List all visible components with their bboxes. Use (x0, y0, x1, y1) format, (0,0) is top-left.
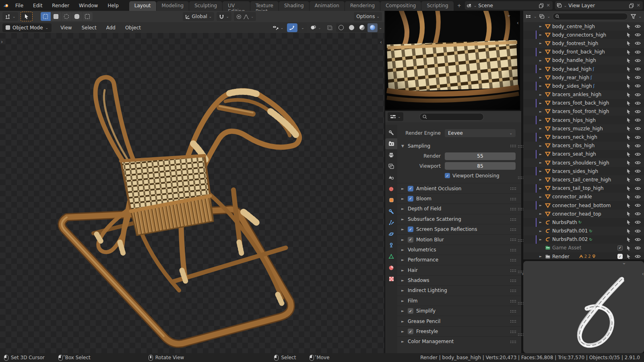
snap-dropdown[interactable]: ⌄ (217, 12, 231, 21)
panel-drag-grip[interactable] (510, 269, 516, 272)
hide-eye-icon[interactable] (635, 203, 641, 208)
expand-arrow-icon[interactable]: ► (539, 238, 545, 241)
hide-eye-icon[interactable] (635, 177, 641, 182)
viewport-samples-field[interactable]: 85 (445, 162, 516, 170)
outliner-row[interactable]: ► connector_head_bottom ʃ↻ ✓ (523, 201, 644, 210)
panel-drag-grip[interactable] (510, 208, 516, 210)
expand-arrow-icon[interactable]: ► (539, 67, 545, 71)
properties-panel-header[interactable]: ► ✓ Simplify (397, 306, 521, 316)
expand-arrow-icon[interactable]: ► (539, 169, 545, 173)
tab-render[interactable] (385, 138, 397, 149)
viewport-menu-item[interactable]: Object (120, 25, 146, 31)
select-mode-circle[interactable] (62, 12, 72, 21)
tab-physics[interactable] (385, 228, 397, 239)
tab-constraints[interactable] (385, 240, 397, 251)
properties-panel-header[interactable]: ► ✓ Indirect Lighting (397, 285, 521, 295)
outliner-row[interactable]: ► bracers_seat_high ʃ↻ ✓ (523, 150, 644, 158)
outliner-row[interactable]: ► bracers_tail_top_high ʃ↻ ✓ (523, 184, 644, 193)
panel-drag-grip[interactable] (510, 259, 516, 261)
selectable-icon[interactable] (626, 211, 631, 216)
add-workspace-button[interactable]: + (454, 2, 465, 10)
selectable-icon[interactable] (626, 58, 631, 63)
hide-eye-icon[interactable] (635, 101, 641, 105)
render-samples-field[interactable]: 55 (445, 152, 516, 160)
hide-eye-icon[interactable] (635, 229, 641, 233)
options-dropdown[interactable]: Options ⌄ (354, 12, 382, 21)
workspace-tab[interactable]: Scripting (421, 1, 453, 11)
duplicate-icon[interactable] (539, 3, 544, 8)
tab-tool[interactable] (385, 127, 397, 138)
hide-eye-icon[interactable] (635, 93, 641, 97)
overlays-toggle[interactable]: ⌄ (308, 23, 324, 32)
object-visibility-dropdown[interactable]: ⌄ (270, 23, 286, 32)
sampling-panel-header[interactable]: ▼ Sampling (397, 141, 521, 151)
expand-arrow-icon[interactable]: ► (539, 255, 545, 258)
outliner-row[interactable]: ► bracers_hips_high ʃ↻ ✓ (523, 116, 644, 124)
menubar-item[interactable]: Render (47, 3, 74, 8)
panel-drag-grip[interactable] (510, 238, 516, 241)
gizmos-toggle[interactable] (287, 23, 297, 32)
tab-output[interactable] (385, 150, 397, 160)
selectable-icon[interactable] (626, 66, 631, 72)
hide-eye-icon[interactable] (635, 58, 641, 63)
panel-drag-grip[interactable] (510, 144, 516, 147)
outliner-row[interactable]: ► bracers_neck_high ʃ↻ ✓ (523, 133, 644, 141)
panel-drag-grip[interactable] (510, 330, 516, 333)
outliner-row[interactable]: ► bracers_shoulders_high ʃ↻ ✓ (523, 158, 644, 167)
viewport-menu-item[interactable]: Add (101, 25, 120, 31)
selectable-icon[interactable] (626, 126, 631, 131)
panel-drag-grip[interactable] (510, 228, 516, 231)
outliner-row[interactable]: ► bracers_ribs_high ʃ↻ ✓ (523, 142, 644, 150)
outliner-row[interactable]: ► NurbsPath.001 ʃ↻ ✓ (523, 227, 644, 235)
collapse-chevron[interactable]: ⌄ (622, 259, 626, 265)
selectable-icon[interactable] (626, 228, 631, 234)
tab-view-layer[interactable] (385, 161, 397, 172)
outliner-row[interactable]: ► bracers_ankles_high ʃ↻ ✓ (523, 90, 644, 99)
viewport-menu-item[interactable]: Select (77, 25, 101, 31)
select-mode-tweak[interactable] (41, 12, 51, 21)
selectable-icon[interactable] (626, 41, 631, 46)
panel-checkbox[interactable]: ✓ (408, 329, 413, 334)
hide-eye-icon[interactable] (635, 75, 641, 80)
tab-modifiers[interactable] (385, 206, 397, 217)
hide-eye-icon[interactable] (635, 237, 641, 242)
shading-rendered-button[interactable] (367, 23, 378, 32)
viewport-menu-item[interactable]: View (56, 25, 76, 31)
expand-arrow-icon[interactable]: ► (539, 59, 545, 62)
tab-object[interactable] (385, 195, 397, 206)
outliner-row[interactable]: ► bracers_sides_high ʃ↻ ✓ (523, 167, 644, 175)
properties-panel-header[interactable]: ► ✓ Ambient Occlusion (397, 183, 521, 193)
expand-arrow-icon[interactable]: ► (539, 136, 545, 139)
selectable-icon[interactable] (626, 169, 631, 174)
outliner-display-mode-dropdown[interactable] (526, 14, 531, 19)
panel-drag-grip[interactable] (510, 340, 516, 343)
hide-eye-icon[interactable] (635, 41, 641, 45)
outliner-row[interactable]: ► body_sides_high ʃ↻ ✓ (523, 82, 644, 90)
shading-wireframe-button[interactable] (336, 23, 346, 32)
hide-eye-icon[interactable] (635, 160, 641, 165)
expand-arrow-icon[interactable]: ► (539, 178, 545, 181)
selectable-icon[interactable] (626, 83, 631, 88)
outliner-row[interactable]: ► body_footrest_high ʃ↻ ✓ (523, 39, 644, 47)
menubar-item[interactable]: Edit (28, 3, 47, 8)
selectable-icon[interactable] (626, 49, 631, 55)
tab-texture[interactable] (385, 274, 397, 284)
workspace-tab[interactable]: Layout (129, 1, 156, 11)
panel-expand-chevron[interactable]: ‹ (517, 20, 519, 26)
shading-dropdown[interactable]: ⌄ (379, 26, 382, 30)
outliner-row[interactable]: ► bracers_muzzle_high ʃ↻ ✓ (523, 124, 644, 133)
outliner-row[interactable]: ► NurbsPath ʃ↻ ✓ (523, 218, 644, 226)
expand-arrow-icon[interactable]: ► (539, 41, 545, 45)
selectable-icon[interactable] (626, 245, 631, 251)
selectable-icon[interactable] (626, 194, 631, 200)
duplicate-icon[interactable] (629, 3, 634, 8)
panel-drag-grip[interactable] (510, 289, 516, 292)
tab-material[interactable] (385, 262, 397, 273)
selectable-icon[interactable] (626, 143, 631, 148)
selectable-icon[interactable] (626, 92, 631, 97)
outliner-row[interactable]: ► body_handle_high ʃ↻ ✓ (523, 56, 644, 65)
outliner-row[interactable]: ► body_rear_high ʃ↻ ✓ (523, 73, 644, 82)
properties-panel-header[interactable]: ► ✓ Hair (397, 265, 521, 275)
properties-panel-header[interactable]: ► ✓ Motion Blur (397, 234, 521, 244)
selectable-icon[interactable] (626, 186, 631, 191)
